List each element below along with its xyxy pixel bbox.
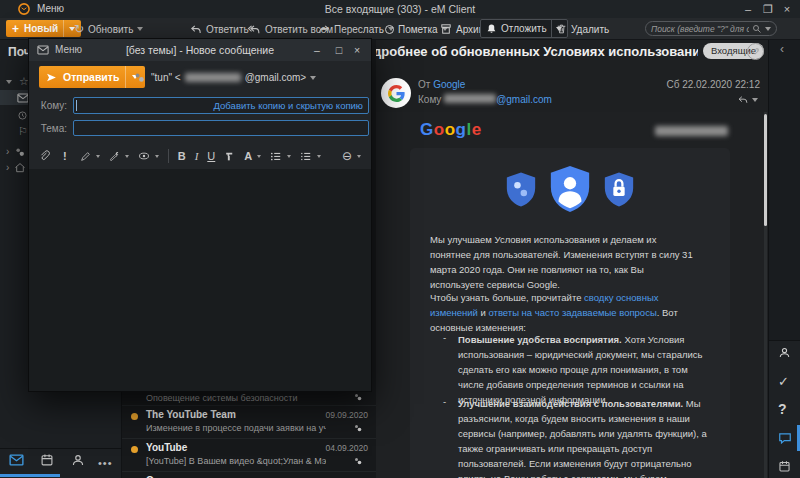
compose-maximize-button[interactable]: □ bbox=[331, 42, 347, 58]
add-cc-bcc-link[interactable]: Добавить копию и скрытую копию bbox=[214, 100, 363, 111]
chevron-down-icon[interactable] bbox=[6, 80, 12, 84]
sender-avatar bbox=[381, 78, 411, 108]
title-bar: Меню Все входящие (303) - eM Client – ❐ … bbox=[0, 0, 800, 18]
chevron-down-icon[interactable] bbox=[310, 76, 316, 80]
list-item[interactable]: The YouTube Team 09.09.2020 Изменение в … bbox=[122, 405, 376, 438]
chevron-down-icon[interactable] bbox=[357, 155, 361, 158]
archive-icon bbox=[440, 23, 452, 35]
unread-dot bbox=[131, 446, 138, 453]
bell-icon bbox=[486, 23, 497, 35]
snooze-button[interactable]: Отложить bbox=[480, 19, 568, 38]
collapse-options-icon[interactable]: ⊖ bbox=[342, 149, 352, 163]
em-client-window: Меню Все входящие (303) - eM Client – ❐ … bbox=[0, 0, 800, 478]
format-painter-icon[interactable] bbox=[224, 151, 235, 162]
tag-icon[interactable] bbox=[747, 43, 764, 60]
window-title: Все входящие (303) - eM Client bbox=[0, 3, 800, 15]
archive-button[interactable]: Архив bbox=[440, 18, 484, 40]
chevron-down-icon[interactable] bbox=[317, 155, 321, 158]
bullet-list-icon[interactable] bbox=[270, 151, 282, 162]
more-nav-icon[interactable]: ••• bbox=[98, 457, 113, 469]
new-label: Новый bbox=[24, 23, 58, 34]
from-line: От Google bbox=[418, 79, 465, 90]
main-toolbar: + Новый ↻ Обновить Ответить Ответить все… bbox=[0, 18, 800, 40]
quick-reply-button[interactable] bbox=[737, 95, 758, 105]
calendar-icon[interactable] bbox=[778, 460, 791, 473]
reply-icon bbox=[190, 24, 202, 35]
formatting-toolbar: ! B I U A ⊖ bbox=[29, 143, 371, 169]
bold-button[interactable]: B bbox=[178, 150, 186, 162]
calendar-nav-icon[interactable] bbox=[40, 453, 54, 467]
signature-pen-icon[interactable] bbox=[80, 151, 91, 162]
sender-link[interactable]: Google bbox=[433, 79, 465, 90]
search-icon[interactable] bbox=[752, 24, 762, 34]
mail-nav-icon[interactable] bbox=[9, 454, 24, 466]
collapse-sidebar-button[interactable]: ‹ bbox=[780, 42, 784, 56]
tasks-check-icon[interactable]: ✓ bbox=[778, 374, 789, 389]
reply-button[interactable]: Ответить bbox=[190, 18, 249, 40]
flag-button[interactable]: Пометка bbox=[385, 18, 448, 40]
help-icon[interactable]: ? bbox=[778, 401, 787, 417]
send-button[interactable]: Отправить bbox=[39, 66, 145, 88]
flag-circle-icon bbox=[385, 25, 394, 34]
email-date: Сб 22.02.2020 22:12 bbox=[666, 79, 760, 90]
read-receipt-eye-icon[interactable] bbox=[138, 151, 150, 161]
chevron-down-icon[interactable] bbox=[155, 155, 159, 158]
priority-icon[interactable]: ! bbox=[63, 150, 67, 162]
font-color-button[interactable]: A bbox=[244, 150, 252, 162]
people-icon bbox=[353, 456, 363, 466]
refresh-button[interactable]: ↻ Обновить bbox=[74, 18, 143, 40]
minimize-button[interactable]: – bbox=[740, 1, 756, 17]
search-box[interactable] bbox=[645, 21, 777, 36]
paragraph: Мы улучшаем Условия использования и дела… bbox=[430, 232, 694, 292]
list-item[interactable]: Одноклассники 10.08.2020 bbox=[122, 471, 376, 478]
contacts-icon[interactable] bbox=[778, 346, 791, 359]
quick-text-icon[interactable] bbox=[109, 151, 120, 162]
italic-button[interactable]: I bbox=[195, 150, 199, 162]
toolbar-divider bbox=[168, 149, 169, 163]
unread-dot bbox=[131, 413, 138, 420]
reading-pane: Подробнее об обновленных Условиях исполь… bbox=[376, 40, 768, 478]
list-item[interactable]: YouTube 04.09.2020 [YouTube] В Вашем вид… bbox=[122, 438, 376, 471]
new-message-button[interactable]: + Новый bbox=[6, 20, 81, 37]
chevron-down-icon[interactable] bbox=[752, 98, 758, 102]
chevron-right-icon[interactable]: › bbox=[6, 162, 9, 173]
compose-message-body[interactable] bbox=[29, 169, 371, 391]
underline-button[interactable]: U bbox=[207, 150, 215, 162]
forward-button[interactable]: Переслать bbox=[318, 18, 394, 40]
chevron-down-icon[interactable] bbox=[287, 155, 291, 158]
flag-icon: ⚐ bbox=[18, 125, 28, 138]
numbered-list-icon[interactable] bbox=[300, 151, 312, 162]
compose-minimize-button[interactable]: – bbox=[309, 42, 325, 58]
chat-icon[interactable] bbox=[778, 432, 792, 445]
chevron-down-icon[interactable] bbox=[257, 155, 261, 158]
chevron-down-icon[interactable] bbox=[765, 27, 771, 31]
refresh-icon: ↻ bbox=[74, 22, 84, 36]
faq-link[interactable]: ответы на часто задаваемые вопросы bbox=[488, 307, 656, 318]
home-icon bbox=[14, 162, 26, 173]
delete-button[interactable]: Удалить bbox=[556, 18, 609, 40]
forward-icon bbox=[318, 24, 330, 35]
redacted-address bbox=[655, 126, 728, 136]
chevron-down-icon[interactable] bbox=[96, 155, 100, 158]
shield-dots-icon bbox=[504, 171, 538, 208]
redacted-address bbox=[444, 94, 496, 103]
redacted-address bbox=[185, 73, 241, 82]
plus-icon: + bbox=[12, 24, 19, 34]
close-button[interactable]: × bbox=[779, 1, 795, 17]
chevron-down-icon[interactable] bbox=[137, 27, 143, 31]
scrollbar-thumb[interactable] bbox=[764, 114, 767, 226]
attach-icon[interactable] bbox=[39, 150, 50, 162]
compose-close-button[interactable]: × bbox=[349, 42, 365, 58]
chevron-down-icon[interactable] bbox=[125, 155, 129, 158]
bullet-marker: - bbox=[443, 396, 446, 407]
chevron-right-icon[interactable]: › bbox=[6, 146, 9, 157]
subject-label: Тема: bbox=[29, 123, 67, 134]
maximize-button[interactable]: ❐ bbox=[760, 1, 776, 17]
search-input[interactable] bbox=[651, 24, 749, 34]
subject-input[interactable] bbox=[73, 120, 369, 136]
from-account-selector[interactable]: "tun" <@gmail.com> bbox=[151, 72, 316, 83]
text-caret bbox=[76, 100, 77, 111]
contacts-nav-icon[interactable] bbox=[71, 453, 85, 467]
reply-all-icon bbox=[247, 24, 261, 35]
shields-illustration bbox=[410, 164, 730, 214]
